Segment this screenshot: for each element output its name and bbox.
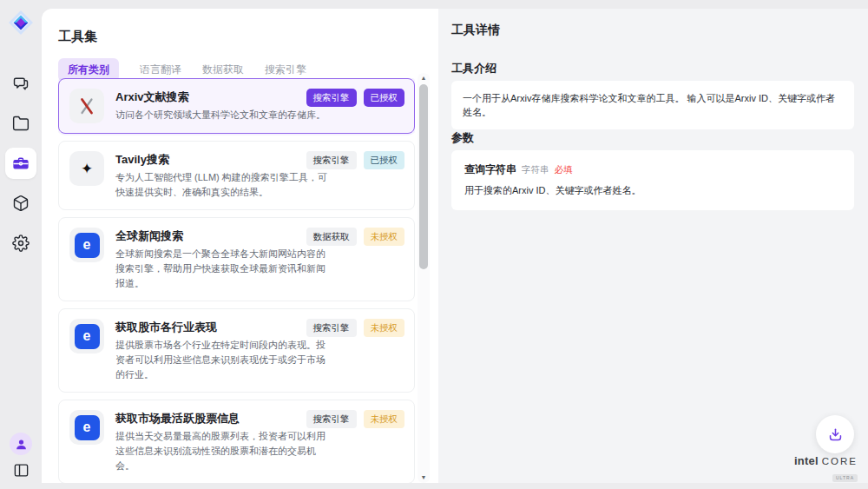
tool-list-scrollbar[interactable]: ▲ ▼ [418,73,430,483]
tool-card-description: 提供股票市场各个行业在特定时间段内的表现。投资者可以利用这些信息来识别表现优于或… [115,338,334,382]
nav-item-models[interactable] [5,188,36,219]
scroll-up-arrow-icon[interactable]: ▲ [418,73,430,83]
cube-icon [12,195,30,212]
tool-card-global-news[interactable]: e 全球新闻搜索 全球新闻搜索是一个聚合全球各大新闻网站内容的搜索引擎，帮助用户… [58,217,415,301]
tool-card-sector-performance[interactable]: e 获取股市各行业表现 提供股票市场各个行业在特定时间段内的表现。投资者可以利用… [58,308,415,393]
auth-status-badge: 未授权 [364,228,405,246]
tavily-star-icon: ✦ [69,151,104,186]
user-icon [15,438,28,451]
download-icon [827,426,844,443]
auth-status-badge: 未授权 [364,319,405,337]
tools-panel: 工具集 所有类别 语言翻译 数据获取 搜索引擎 Arxiv文献搜索 访问各个研究… [42,9,438,483]
tool-card-description: 专为人工智能代理 (LLM) 构建的搜索引擎工具，可快速提供实时、准确和真实的结… [115,170,334,200]
scroll-down-arrow-icon[interactable]: ▼ [418,472,430,483]
nav-item-settings[interactable] [5,228,36,259]
category-badge: 搜索引擎 [306,410,357,428]
tool-card-description: 提供当天交易量最高的股票列表，投资者可以利用这些信息来识别流动性强的股票和潜在的… [115,429,334,473]
scrollbar-thumb[interactable] [419,84,428,269]
finance-api-logo-icon: e [69,410,104,445]
params-heading: 参数 [451,130,474,146]
nav-item-chat[interactable] [5,68,36,99]
sidebar-collapse-button[interactable] [13,462,30,482]
news-api-logo-icon: e [69,228,104,262]
tool-card-tavily[interactable]: ✦ Tavily搜索 专为人工智能代理 (LLM) 构建的搜索引擎工具，可快速提… [58,141,415,210]
user-avatar[interactable] [10,433,32,455]
parameter-type: 字符串 [522,164,549,176]
details-panel-title: 工具详情 [451,23,500,38]
intel-wordmark: intel [794,454,819,467]
ultra-badge: ULTRA [832,474,858,482]
nav-item-tools[interactable] [5,148,36,179]
tab-data-acquisition[interactable]: 数据获取 [202,63,244,77]
category-badge: 搜索引擎 [306,89,357,107]
auth-status-badge: 已授权 [364,89,405,107]
parameter-name: 查询字符串 [464,162,516,177]
intel-core-logo: intel CORE ULTRA [794,454,858,483]
download-button[interactable] [816,415,854,453]
toolbox-icon [12,155,30,172]
auth-status-badge: 已授权 [364,151,405,169]
nav-rail [0,0,42,489]
parameter-required-flag: 必填 [555,164,573,176]
tab-language-translation[interactable]: 语言翻译 [140,63,181,77]
parameter-card: 查询字符串 字符串 必填 用于搜索的Arxiv ID、关键字或作者姓名。 [451,150,854,210]
intro-heading: 工具介绍 [451,61,496,76]
tool-card-description: 访问各个研究领域大量科学论文和文章的存储库。 [115,108,334,122]
core-wordmark: CORE [822,456,858,466]
tool-details-panel: 工具详情 工具介绍 一个用于从Arxiv存储库搜索科学论文和文章的工具。 输入可… [438,9,868,483]
tool-card-description: 全球新闻搜索是一个聚合全球各大新闻网站内容的搜索引擎，帮助用户快速获取全球最新资… [115,247,334,291]
tools-panel-title: 工具集 [58,29,97,45]
app-logo-icon [8,10,34,36]
parameter-description: 用于搜索的Arxiv ID、关键字或作者姓名。 [464,184,841,197]
arxiv-logo-icon [69,89,104,123]
gear-icon [12,235,30,252]
tool-card-list: Arxiv文献搜索 访问各个研究领域大量科学论文和文章的存储库。 搜索引擎 已授… [58,78,415,483]
tool-card-arxiv[interactable]: Arxiv文献搜索 访问各个研究领域大量科学论文和文章的存储库。 搜索引擎 已授… [58,78,415,134]
category-badge: 数据获取 [306,228,357,246]
tab-search-engine[interactable]: 搜索引擎 [265,63,306,77]
category-badge: 搜索引擎 [306,319,357,337]
chat-icon [12,75,30,92]
finance-api-logo-icon: e [69,319,104,354]
panel-toggle-icon [13,462,30,479]
category-badge: 搜索引擎 [306,151,357,169]
auth-status-badge: 未授权 [364,410,405,428]
nav-item-files[interactable] [5,108,36,139]
intro-card: 一个用于从Arxiv存储库搜索科学论文和文章的工具。 输入可以是Arxiv ID… [451,81,854,129]
tool-card-most-active-stocks[interactable]: e 获取市场最活跃股票信息 提供当天交易量最高的股票列表，投资者可以利用这些信息… [58,400,415,483]
folder-icon [12,115,30,132]
